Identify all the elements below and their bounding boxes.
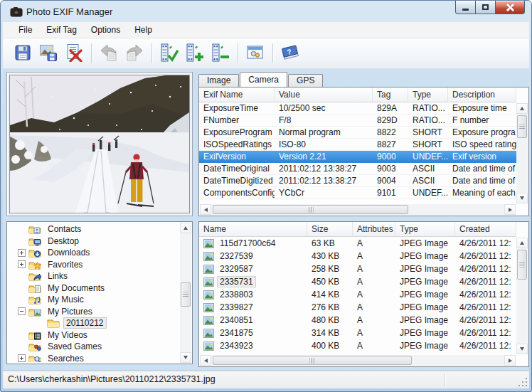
menu-item-options[interactable]: Options	[84, 23, 127, 37]
menu-item-file[interactable]: File	[11, 23, 39, 37]
scroll-up-button[interactable]	[516, 103, 528, 114]
exif-cell-description: Exposure time	[448, 103, 516, 113]
maximize-button[interactable]	[476, 1, 496, 14]
file-row[interactable]: 2329587258 KBAJPEG Image4/26/2011 12:	[199, 263, 516, 275]
exif-cell-value: F/8	[275, 115, 373, 125]
previous-image-button[interactable]	[97, 42, 120, 65]
exif-row[interactable]: ComponentsConfig...YCbCr9101UNDEF...Mean…	[199, 187, 516, 199]
scroll-right-button[interactable]	[504, 204, 516, 215]
file-name-text: 2329587	[217, 263, 256, 275]
file-name-text: 2327539	[217, 250, 256, 262]
exif-row[interactable]: ExposureProgramNormal program8822SHORTEx…	[199, 127, 516, 139]
scroll-down-button[interactable]	[516, 193, 528, 203]
file-row[interactable]: 2339827276 KBAJPEG Image4/26/2011 12:	[199, 301, 516, 314]
tree-item-links[interactable]: Links	[8, 270, 179, 282]
file-column-header[interactable]: Type	[395, 222, 455, 236]
file-row[interactable]: 2340851480 KBAJPEG Image4/26/2011 12:	[199, 314, 516, 327]
collapse-icon[interactable]	[18, 307, 26, 315]
scroll-thumb[interactable]	[213, 356, 412, 365]
exif-row[interactable]: FNumberF/8829DRATIO...F number	[199, 115, 516, 127]
file-vertical-scrollbar[interactable]	[516, 238, 528, 354]
expand-icon[interactable]	[18, 249, 26, 257]
save-image-button[interactable]	[37, 42, 60, 65]
scroll-down-button[interactable]	[516, 344, 528, 354]
file-cell-type: JPEG Image	[395, 238, 455, 248]
next-image-button[interactable]	[123, 42, 146, 65]
exif-row[interactable]: ExifVersionVersion 2.219000UNDEF...Exif …	[199, 151, 516, 163]
exif-column-header[interactable]: Type	[408, 88, 448, 102]
file-row[interactable]: 115d71700c6463 KBAJPEG Image4/26/2011 12…	[199, 237, 516, 250]
file-cell-name: 115d71700c64	[199, 238, 307, 249]
status-divider	[445, 374, 445, 386]
exif-column-header[interactable]: Exif Name	[199, 88, 275, 102]
expand-icon[interactable]	[18, 260, 26, 268]
tree-item-desktop[interactable]: Desktop	[8, 235, 179, 248]
tab-image[interactable]: Image	[198, 74, 239, 87]
jpeg-image-icon	[203, 316, 214, 325]
file-column-header[interactable]: Created	[455, 222, 516, 236]
scroll-up-button[interactable]	[516, 238, 528, 248]
tree-item-20110212[interactable]: 20110212	[8, 317, 179, 329]
toolbar-separator	[91, 43, 92, 63]
scroll-thumb[interactable]	[517, 115, 527, 138]
file-column-header[interactable]: Size	[307, 222, 353, 236]
menu-item-exif-tag[interactable]: Exif Tag	[39, 23, 83, 37]
file-row[interactable]: 2338803414 KBAJPEG Image4/26/2011 12:	[199, 288, 516, 301]
close-button[interactable]	[496, 1, 525, 14]
scroll-left-button[interactable]	[200, 204, 211, 215]
tree-item-my-videos[interactable]: My Videos	[8, 329, 179, 341]
tree-item-contacts[interactable]: Contacts	[8, 223, 179, 235]
add-tag-button[interactable]	[183, 42, 206, 65]
file-row[interactable]: 2341875314 KBAJPEG Image4/26/2011 12:	[199, 327, 516, 339]
expand-icon[interactable]	[18, 354, 26, 362]
scroll-right-button[interactable]	[504, 355, 516, 366]
tree-item-downloads[interactable]: Downloads	[8, 247, 179, 259]
file-row[interactable]: 2327539430 KBAJPEG Image4/26/2011 12:	[199, 250, 516, 263]
file-column-header[interactable]: Attributes	[353, 222, 395, 236]
file-row[interactable]: 2335731450 KBAJPEG Image4/26/2011 12:	[199, 275, 516, 288]
scroll-left-button[interactable]	[200, 355, 211, 366]
title-bar[interactable]: Photo EXIF Manager	[1, 1, 531, 22]
exif-column-header[interactable]: Tag	[373, 88, 408, 102]
file-column-header[interactable]: Name	[199, 222, 307, 236]
exif-row[interactable]: ExposureTime10/2500 sec829ARATIO...Expos…	[199, 102, 516, 115]
file-cell-type: JPEG Image	[395, 328, 455, 338]
tree-item-my-music[interactable]: My Music	[8, 294, 179, 306]
exif-table-header: Exif NameValueTagTypeDescription	[199, 88, 516, 102]
tree-item-searches[interactable]: Searches	[8, 353, 179, 363]
check-tags-button[interactable]	[158, 42, 181, 65]
tab-gps[interactable]: GPS	[288, 74, 323, 87]
tree-item-saved-games[interactable]: Saved Games	[8, 341, 179, 353]
exif-column-header[interactable]: Description	[448, 88, 516, 102]
exif-column-header[interactable]: Value	[275, 88, 373, 102]
tree-vertical-scrollbar[interactable]	[180, 223, 191, 363]
exif-row[interactable]: DateTimeDigitized2011:02:12 13:38:279004…	[199, 175, 516, 187]
save-button[interactable]	[11, 42, 34, 65]
tree-item-label: My Pictures	[45, 306, 95, 317]
tab-camera[interactable]: Camera	[240, 72, 287, 87]
exif-cell-description: ISO speed rating	[448, 139, 516, 149]
file-horizontal-scrollbar[interactable]	[200, 355, 516, 366]
exif-row[interactable]: DateTimeOriginal2011:02:12 13:38:279003A…	[199, 163, 516, 175]
scroll-up-button[interactable]	[180, 223, 191, 233]
help-book-button[interactable]: ?	[279, 42, 302, 65]
scroll-thumb[interactable]	[181, 282, 191, 307]
scroll-thumb[interactable]	[213, 205, 408, 214]
scroll-thumb[interactable]	[517, 250, 527, 280]
minimize-button[interactable]	[455, 1, 476, 14]
favorites-folder-icon	[28, 260, 43, 270]
exif-horizontal-scrollbar[interactable]	[200, 204, 516, 215]
delete-exif-button[interactable]	[63, 42, 85, 65]
tree-item-favorites[interactable]: Favorites	[8, 259, 179, 271]
tree-item-my-pictures[interactable]: My Pictures	[8, 306, 179, 318]
file-row[interactable]: 2343923400 KBAJPEG Image4/26/2011 12:	[199, 339, 516, 352]
scroll-down-button[interactable]	[180, 352, 191, 363]
menu-item-help[interactable]: Help	[127, 23, 159, 37]
remove-tag-button[interactable]	[209, 42, 232, 65]
tree-item-my-documents[interactable]: My Documents	[8, 282, 179, 295]
resize-grip[interactable]	[518, 378, 528, 387]
exif-row[interactable]: ISOSpeedRatingsISO-808827SHORTISO speed …	[199, 139, 516, 151]
client-area: ImageCameraGPS Exif NameValueTagTypeDesc…	[3, 69, 529, 370]
options-window-button[interactable]	[244, 42, 267, 65]
exif-vertical-scrollbar[interactable]	[516, 103, 528, 203]
